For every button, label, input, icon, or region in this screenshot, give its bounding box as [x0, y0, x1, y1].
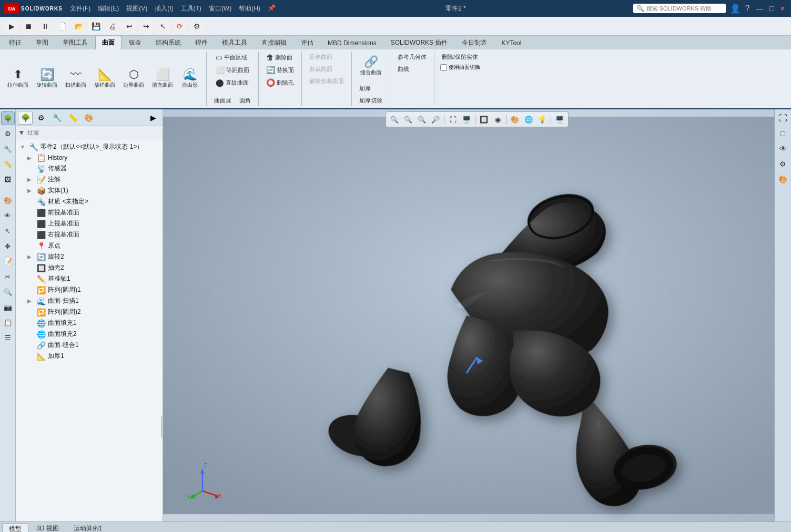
menu-pin[interactable]: 📌 — [265, 3, 279, 14]
loft-surface-button[interactable]: 📐 放样曲面 — [91, 64, 118, 94]
maximize-button[interactable]: □ — [767, 4, 776, 13]
undo-button[interactable]: ↩ — [122, 19, 137, 34]
select-button[interactable]: ↖ — [156, 19, 170, 34]
sidebar-tab-config[interactable]: 🔧 — [49, 111, 64, 125]
tab-motion[interactable]: 运动算例1 — [67, 523, 109, 532]
reference-geometry-button[interactable]: 参考几何体 — [394, 52, 430, 63]
select-icon[interactable]: ↖ — [1, 224, 15, 238]
tab-structure[interactable]: 结构系统 — [149, 36, 188, 49]
tab-direct-edit[interactable]: 直接编辑 — [255, 36, 293, 49]
tree-item-top-plane[interactable]: ⬛ 上视基准面 — [16, 218, 163, 229]
tree-item-origin[interactable]: 📍 原点 — [16, 240, 163, 251]
tab-3d-view[interactable]: 3D 视图 — [29, 523, 66, 532]
tab-plugins[interactable]: SOLIDWORKS 插件 — [384, 36, 455, 49]
stop-button[interactable]: ⏹ — [21, 19, 36, 34]
tab-sketch-tools[interactable]: 草图工具 — [56, 36, 95, 49]
move-icon[interactable]: ✥ — [1, 239, 15, 253]
options-button[interactable]: ⚙ — [189, 19, 204, 34]
lighting-btn[interactable]: 💡 — [536, 113, 549, 126]
open-button[interactable]: 📂 — [72, 19, 86, 34]
appearance-icon[interactable]: 🎨 — [1, 193, 15, 207]
tree-item-history[interactable]: ▶ 📋 History — [16, 152, 163, 163]
replace-face-button[interactable]: 🔄 替换面 — [263, 64, 297, 76]
save-button[interactable]: 💾 — [88, 19, 103, 34]
menu-edit[interactable]: 编辑(E) — [95, 3, 122, 14]
tree-item-revolve2[interactable]: ▶ 🔄 旋转2 — [16, 251, 163, 262]
unfold-surface-button[interactable]: 曲面展 — [211, 95, 235, 106]
ruled-surface-button[interactable]: ⬤ 直纹曲面 — [212, 77, 252, 88]
section-icon[interactable]: ✂ — [1, 270, 15, 283]
search-input[interactable] — [646, 5, 715, 12]
display-mode-btn[interactable]: 🖥️ — [460, 113, 473, 126]
untrim-button[interactable]: 解除剪裁曲面 — [306, 76, 347, 87]
sidebar-tab-dim[interactable]: 📏 — [65, 111, 80, 125]
config-icon[interactable]: 🔧 — [1, 142, 15, 156]
display-icon[interactable]: 🖼 — [1, 172, 15, 186]
sweep-surface-button[interactable]: 〰 扫描曲面 — [62, 64, 89, 94]
planar-region-button[interactable]: ▭ 平面区域 — [212, 52, 250, 63]
menu-file[interactable]: 文件(F) — [67, 3, 94, 14]
tree-item-pattern2[interactable]: 🔁 阵列(圆周)2 — [16, 306, 163, 318]
tree-item-fill1[interactable]: 🌐 曲面填充1 — [16, 318, 163, 329]
zoom-to-fit-btn[interactable]: 🔍 — [388, 113, 401, 126]
tree-item-pattern1[interactable]: 🔁 阵列(圆周)1 — [16, 284, 163, 295]
fillet-button[interactable]: 圆角 — [236, 95, 254, 106]
tab-kytool[interactable]: KYTool — [494, 37, 528, 49]
zoom-icon[interactable]: 🔍 — [1, 285, 15, 299]
sidebar-tab-featuremanager[interactable]: 🌳 — [18, 111, 33, 125]
tree-item-sweep1[interactable]: ▶ 🌊 曲面-扫描1 — [16, 295, 163, 306]
tab-sheet-metal[interactable]: 钣金 — [122, 36, 148, 49]
tree-item-front-plane[interactable]: ⬛ 前视基准面 — [16, 207, 163, 218]
pan-btn[interactable]: 🔍 — [415, 113, 428, 126]
hide-show-btn[interactable]: 👁 — [776, 142, 790, 156]
minimize-button[interactable]: — — [754, 4, 765, 13]
tab-mold[interactable]: 模具工具 — [215, 36, 254, 49]
revolve-surface-button[interactable]: 🔄 旋转曲面 — [33, 64, 60, 94]
note-icon[interactable]: 📝 — [1, 254, 15, 268]
delete-body-button[interactable]: 删除/保留实体 — [439, 52, 481, 63]
curve-button[interactable]: 曲线 — [394, 64, 412, 75]
view-orient-btn[interactable]: ⛶ — [447, 113, 459, 126]
display-style-btn[interactable]: □ — [776, 127, 790, 140]
dim-icon[interactable]: 📏 — [1, 157, 15, 171]
tree-item-sensors[interactable]: 📡 传感器 — [16, 163, 163, 174]
section-view-btn[interactable]: ◉ — [491, 113, 504, 126]
tab-surface[interactable]: 曲面 — [95, 36, 121, 49]
tree-item-shell2[interactable]: 🔲 抽壳2 — [16, 262, 163, 273]
sidebar-tab-display[interactable]: 🎨 — [81, 111, 96, 125]
menu-tools[interactable]: 工具(T) — [178, 3, 205, 14]
feature-tree-icon[interactable]: 🌳 — [1, 111, 15, 125]
close-button[interactable]: × — [778, 4, 787, 13]
thicken-cut-button[interactable]: 加厚切除 — [356, 95, 386, 106]
extend-surface-button[interactable]: 延伸曲面 — [306, 52, 336, 63]
view-orientation-btn[interactable]: ⛶ — [776, 111, 790, 125]
new-button[interactable]: 📄 — [55, 19, 69, 34]
pause-button[interactable]: ⏸ — [38, 19, 53, 34]
camera-icon[interactable]: 📷 — [1, 300, 15, 314]
tab-mbd[interactable]: MBD Dimensions — [321, 37, 383, 49]
user-icon[interactable]: 👤 — [730, 4, 741, 14]
rebuild-button[interactable]: ⟳ — [173, 19, 187, 34]
tab-weld[interactable]: 焊件 — [188, 36, 215, 49]
print-button[interactable]: 🖨 — [105, 19, 120, 34]
tree-item-axis1[interactable]: ✏️ 基准轴1 — [16, 273, 163, 284]
delete-hole-button[interactable]: ⭕ 删除孔 — [263, 77, 297, 88]
appearance-btn2[interactable]: 🎨 — [776, 172, 790, 186]
tree-item-knit1[interactable]: 🔗 曲面-缝合1 — [16, 340, 163, 351]
appearance-btn[interactable]: 🎨 — [509, 113, 521, 126]
use-surface-cut-check[interactable]: 使用曲面切除 — [440, 64, 480, 71]
knit-surface-button[interactable]: 🔗 缝合曲面 — [357, 52, 384, 81]
offset-surface-button[interactable]: ⬜ 等距曲面 — [212, 64, 252, 76]
tree-item-root[interactable]: ▼ 🔧 零件2（默认<<默认>_显示状态 1>） — [16, 141, 163, 152]
thicken-button[interactable]: 加厚 — [356, 83, 386, 94]
zoom-select-btn[interactable]: 🔍 — [402, 113, 414, 126]
menu-insert[interactable]: 插入(I) — [151, 3, 176, 14]
sidebar-expand-btn[interactable]: ▶ — [146, 111, 160, 125]
tab-model[interactable]: 模型 — [2, 523, 28, 533]
tab-sketch[interactable]: 草图 — [29, 36, 55, 49]
more-btn[interactable]: 🖥️ — [553, 113, 566, 126]
boundary-surface-button[interactable]: ⬡ 边界曲面 — [120, 64, 147, 94]
property-icon[interactable]: ⚙ — [1, 127, 15, 140]
help-icon[interactable]: ? — [745, 4, 749, 13]
fill-surface-button[interactable]: ⬜ 填充曲面 — [149, 64, 176, 94]
